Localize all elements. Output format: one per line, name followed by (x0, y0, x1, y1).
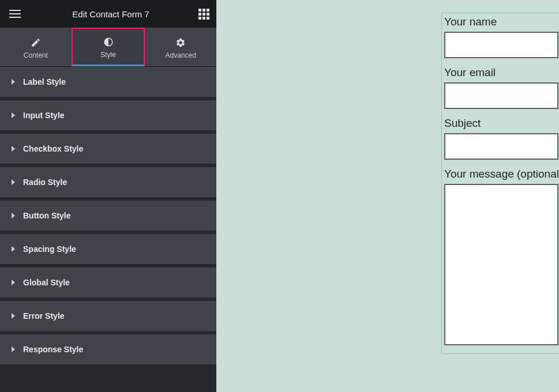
section-response-style[interactable]: Response Style (0, 334, 216, 364)
caret-right-icon (12, 179, 15, 185)
caret-right-icon (12, 112, 15, 118)
menu-icon[interactable] (7, 7, 23, 20)
section-radio-style[interactable]: Radio Style (0, 167, 216, 197)
section-error-style[interactable]: Error Style (0, 301, 216, 331)
section-title: Radio Style (23, 178, 67, 187)
caret-right-icon (12, 246, 15, 252)
section-title: Checkbox Style (23, 144, 83, 153)
tab-label: Content (24, 51, 48, 59)
gear-icon (175, 37, 186, 48)
tab-style[interactable]: Style (72, 28, 145, 66)
tab-label: Advanced (165, 51, 196, 59)
caret-right-icon (12, 79, 15, 85)
form-field-email: Your email (444, 66, 559, 109)
email-input[interactable] (444, 82, 558, 109)
caret-right-icon (12, 213, 15, 218)
caret-right-icon (12, 313, 15, 319)
section-input-style[interactable]: Input Style (0, 100, 216, 130)
tab-label: Style (100, 51, 116, 59)
subject-input[interactable] (444, 133, 558, 160)
section-title: Response Style (23, 345, 83, 354)
section-title: Spacing Style (23, 244, 76, 254)
section-title: Global Style (23, 278, 70, 287)
form-field-name: Your name (444, 16, 559, 58)
contrast-icon (103, 37, 114, 47)
section-checkbox-style[interactable]: Checkbox Style (0, 134, 216, 164)
section-label-style[interactable]: Label Style (0, 67, 216, 97)
tab-content[interactable]: Content (0, 28, 72, 66)
editor-canvas[interactable]: Your name Your email Subject Your messag… (216, 0, 559, 392)
section-global-style[interactable]: Global Style (0, 267, 216, 297)
section-spacing-style[interactable]: Spacing Style (0, 234, 216, 264)
apps-grid-icon[interactable] (198, 9, 209, 20)
caret-right-icon (12, 280, 15, 285)
tabs-bar: Content Style Advanced (0, 28, 216, 67)
panel-title: Edit Contact Form 7 (23, 9, 198, 19)
tab-advanced[interactable]: Advanced (145, 28, 216, 66)
sidebar-header: Edit Contact Form 7 (0, 0, 216, 28)
section-title: Error Style (23, 311, 65, 321)
message-textarea[interactable] (444, 184, 558, 345)
form-field-subject: Subject (444, 117, 559, 160)
form-preview: Your name Your email Subject Your messag… (441, 13, 559, 354)
section-title: Label Style (23, 77, 66, 86)
form-field-message: Your message (optional) (444, 168, 559, 345)
section-title: Button Style (23, 211, 70, 220)
field-label: Your message (optional) (444, 168, 559, 180)
name-input[interactable] (444, 32, 558, 58)
pencil-icon (31, 37, 41, 48)
section-button-style[interactable]: Button Style (0, 201, 216, 231)
caret-right-icon (12, 346, 15, 352)
field-label: Subject (444, 117, 559, 130)
editor-sidebar: Edit Contact Form 7 Content Style Advanc… (0, 0, 216, 392)
field-label: Your name (444, 16, 559, 28)
field-label: Your email (444, 66, 559, 79)
caret-right-icon (12, 146, 15, 152)
section-title: Input Style (23, 111, 65, 120)
style-sections: Label Style Input Style Checkbox Style R… (0, 67, 216, 392)
